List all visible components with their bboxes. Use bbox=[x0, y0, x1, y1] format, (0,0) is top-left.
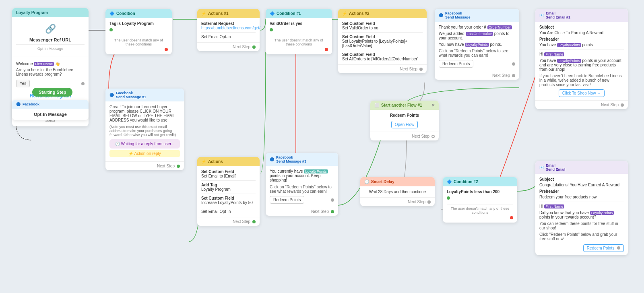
sm1-platform: Facebook bbox=[116, 91, 146, 95]
sm1-header: 🔵 Facebook Send Message #1 bbox=[105, 89, 184, 101]
opt-in-header: 🔵 Facebook bbox=[12, 100, 89, 109]
actions2-node: ⚡ Actions #2 Set Custom Field Set ValidO… bbox=[338, 9, 427, 73]
sf1-footer: Next Step bbox=[370, 132, 439, 140]
cond3-icon: 🔷 bbox=[447, 180, 452, 184]
starting-step-button[interactable]: Starting Step bbox=[32, 88, 72, 97]
e1-footer: Next Step bbox=[535, 100, 628, 109]
e1-subject-label: Subject bbox=[539, 25, 554, 29]
e2-header: 📧 Email Send Email bbox=[535, 161, 628, 174]
e2-loyalty: LoyaltyPoints bbox=[590, 211, 614, 215]
sf1-body: Redeem Points Open Flow bbox=[370, 110, 439, 132]
e2-text3: Click "Redeem Points" below and grab you… bbox=[539, 232, 624, 241]
condition2-node: 🔷 Condition #1 ValidOrder is yes The use… bbox=[266, 9, 332, 54]
sm2-btn-dot bbox=[512, 62, 515, 66]
sm3-body: You currently have LoyaltyPoints points … bbox=[266, 166, 338, 207]
e2-subject: Congratulations! You Have Earned A Rewar… bbox=[539, 183, 624, 187]
e1-title: Send Email #1 bbox=[546, 15, 570, 19]
a2-icon: ⚡ bbox=[342, 11, 347, 16]
cond1-title: Condition bbox=[116, 11, 135, 16]
sf1-open-flow-btn[interactable]: Open Flow bbox=[391, 121, 418, 128]
lightning-icon: ⚡ bbox=[128, 151, 133, 156]
opt-in-label-main: Opt-In Message bbox=[16, 112, 85, 117]
e1-preheader: You have LoyaltyPoints points bbox=[539, 43, 624, 47]
a2-item2: Set ValidOrder to no bbox=[342, 26, 423, 30]
am-icon: ⚡ bbox=[201, 159, 206, 164]
sm1-title: Send Message #1 bbox=[116, 95, 146, 99]
e2-title: Send Email bbox=[546, 167, 566, 171]
a1-icon: ⚡ bbox=[201, 11, 206, 16]
sm1-action-reply: ⚡ Action on reply bbox=[109, 150, 180, 157]
sm2-footer: Next Step bbox=[435, 71, 519, 80]
cond3-red-dot bbox=[510, 216, 513, 219]
a1-next-dot bbox=[252, 45, 256, 49]
a2-next: Next Step bbox=[400, 67, 417, 71]
a1-next: Next Step bbox=[233, 45, 250, 49]
sm2-next-dot bbox=[512, 74, 515, 77]
sm1-footer: Next Step bbox=[105, 161, 184, 170]
sm3-next: Next Step bbox=[311, 209, 329, 214]
waiting-text: Waiting for a reply from user... bbox=[121, 142, 174, 146]
first-name-tag: First Name bbox=[34, 62, 54, 66]
e2-redeem-btn[interactable]: Redeem Points bbox=[583, 244, 624, 252]
e2-greeting: Hi First Name bbox=[539, 204, 624, 208]
sf1-next: Next Step bbox=[412, 134, 429, 138]
cond1-no-match: The user doesn't match any of these cond… bbox=[109, 38, 168, 46]
sm1-waiting: 🕐 Waiting for a reply from user... bbox=[109, 139, 180, 149]
cond2-icon: 🔷 bbox=[270, 11, 275, 16]
opt-in-node: 🔵 Facebook Opt-In Message bbox=[12, 100, 89, 120]
e1-next: Next Step bbox=[601, 103, 619, 107]
sf1-next-dot bbox=[431, 135, 435, 138]
loyalty-header: Loyalty Program bbox=[12, 8, 89, 17]
send-message3-node: 🔵 Facebook Send Message #3 You currently… bbox=[266, 153, 338, 216]
a2-item4: Set LoyaltyPoints to [LoyaltyPoints]+[La… bbox=[342, 39, 423, 48]
a2-body: Set Custom Field Set ValidOrder to no Se… bbox=[338, 18, 427, 64]
am-footer: Next Step bbox=[197, 217, 260, 226]
sm2-redeem-btn[interactable]: Redeem Points bbox=[439, 60, 473, 68]
am-item1: Set Custom Field bbox=[201, 169, 256, 174]
e2-firstname: First Name bbox=[544, 204, 564, 208]
email1-node: 📧 Email Send Email #1 Subject You Are Cl… bbox=[535, 9, 628, 109]
am-next: Next Step bbox=[233, 219, 250, 224]
sm1-body: Great! To join our frequent buyer progra… bbox=[105, 101, 184, 161]
sm3-loyalty: LoyaltyPoints bbox=[304, 169, 328, 173]
a1-title: Actions #1 bbox=[208, 11, 229, 16]
e2-body: Subject Congratulations! You Have Earned… bbox=[535, 174, 628, 255]
actions1-header: ⚡ Actions #1 bbox=[197, 9, 260, 18]
e2-pre-label: Preheader bbox=[539, 189, 559, 194]
yes-button[interactable]: Yes bbox=[16, 80, 30, 87]
sm2-lastorder: LastOrderValue bbox=[466, 32, 493, 36]
sm3-redeem-btn[interactable]: Redeem Points bbox=[270, 196, 304, 204]
sm3-next-dot bbox=[331, 210, 334, 213]
sm2-text4: Click on "Redeem Points" below to see wh… bbox=[439, 49, 515, 58]
a1-link[interactable]: https://bumblebeelinens.com/get/ bbox=[201, 26, 256, 30]
a2-footer: Next Step bbox=[338, 64, 427, 73]
a2-next-dot bbox=[419, 68, 423, 71]
actions1-node: ⚡ Actions #1 External Request https://bu… bbox=[197, 9, 260, 51]
clock-icon: 🕐 bbox=[115, 142, 120, 146]
smart-delay-node: 🕐 Smart Delay Wait 28 Days and then cont… bbox=[360, 177, 435, 206]
e1-shop-btn[interactable]: Click To Shop Now → bbox=[559, 89, 605, 97]
am-item4: Loyalty Program bbox=[201, 187, 256, 192]
e1-header: 📧 Email Send Email #1 bbox=[535, 9, 628, 22]
loyalty-welcome: Welcome First Name 👋 Are you here for th… bbox=[12, 58, 89, 91]
sf1-close-icon[interactable]: ✕ bbox=[431, 103, 435, 107]
am-next-dot bbox=[252, 220, 256, 223]
flow-canvas: Loyalty Program 🔗 Messenger Ref URL Opt-… bbox=[0, 0, 644, 293]
a2-item6: Set AllOrders to [AllOrders] [OrderNumbe… bbox=[342, 57, 423, 61]
condition1-body: Tag is Loyalty Program The user doesn't … bbox=[105, 18, 172, 54]
cond2-green-dot bbox=[270, 28, 273, 31]
e1-subject: You Are Close To Earning A Reward bbox=[539, 31, 624, 35]
sm3-title: Send Message #3 bbox=[276, 159, 306, 163]
e1-body: Subject You Are Close To Earning A Rewar… bbox=[535, 22, 628, 100]
e2-subject-label: Subject bbox=[539, 177, 554, 182]
sd-title: Smart Delay bbox=[371, 180, 394, 184]
a2-header: ⚡ Actions #2 bbox=[338, 9, 427, 18]
e2-platform: Email bbox=[546, 163, 566, 167]
e1-platform: Email bbox=[546, 11, 570, 15]
condition1-node: 🔷 Condition Tag is Loyalty Program The u… bbox=[105, 9, 172, 54]
sm2-body: Thank you for your order # OrderNumber W… bbox=[435, 22, 519, 71]
tag-label: Tag is Loyalty Program bbox=[109, 21, 168, 26]
sm2-title: Send Message bbox=[445, 15, 471, 19]
cond2-label: ValidOrder is yes bbox=[270, 21, 328, 26]
sf1-title: Start another Flow #1 bbox=[381, 103, 422, 107]
